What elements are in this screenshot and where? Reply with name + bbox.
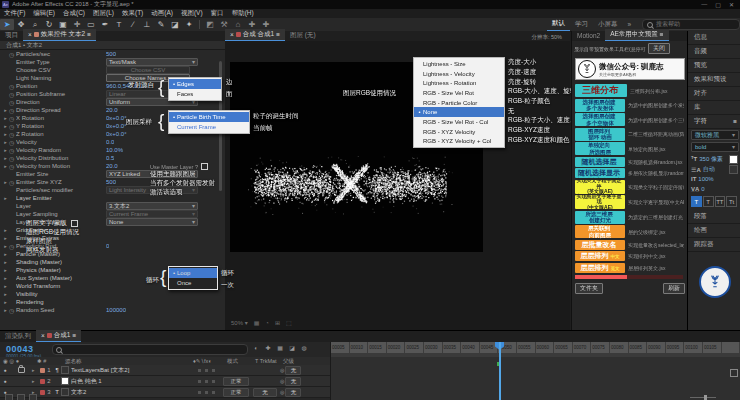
mode-header[interactable]: 模式 (227, 358, 255, 365)
minimize-button[interactable]: — (701, 1, 707, 8)
checkbox[interactable] (71, 220, 78, 227)
timeline-search-input[interactable] (52, 344, 248, 355)
panel-tab[interactable]: 对齐 (688, 87, 740, 101)
dropdown-item[interactable]: •Particle Birth Time (169, 112, 249, 122)
checkbox[interactable] (201, 163, 208, 170)
tab-cn-presets[interactable]: AE常用中文预置 ≡ (605, 29, 668, 41)
effect-row[interactable]: ▸ ◷ Velocity Distribution 0.5 (2, 154, 225, 162)
fill-color-swatch[interactable] (729, 155, 738, 164)
script-button[interactable]: 选择图层创建 多个发射体 (575, 99, 625, 112)
expand-arrow-icon[interactable]: ▸ (2, 195, 9, 201)
menu-item[interactable]: 编辑(E) (29, 9, 59, 18)
layer-row[interactable]: ● ▸ 3 T 文本2 正常 无 ◎ 无 (0, 387, 330, 398)
effect-value[interactable]: Choose CSV (106, 66, 190, 74)
tab-close-icon[interactable]: × (230, 31, 234, 38)
trkmat-header[interactable]: T TrkMat (255, 358, 283, 364)
menu-item[interactable]: 帮助(H) (228, 9, 258, 18)
tab-timeline-comp[interactable]: × 合成1 ≡ (36, 330, 81, 342)
popup-item[interactable]: RGB - Particle Color (414, 98, 504, 108)
stopwatch-icon[interactable]: ◷ (9, 179, 16, 186)
dropdown-item[interactable]: Current Frame (169, 122, 249, 132)
effect-value[interactable]: 0x+0.0° (106, 115, 127, 121)
expand-arrow-icon[interactable]: ▸ (2, 131, 9, 137)
expand-arrow-icon[interactable]: ▸ (2, 259, 9, 265)
tool-icon[interactable]: ✦ (182, 19, 196, 30)
viewer-control[interactable]: 50% ▾ (231, 319, 248, 326)
viewer-control[interactable]: ▦ (254, 319, 260, 326)
effect-value[interactable]: 20.0 (106, 107, 118, 113)
popup-item[interactable]: RGB - XYZ Velocity + Col (414, 137, 504, 147)
dropdown-item[interactable]: Once (169, 278, 217, 288)
stroke-color-swatch[interactable] (729, 165, 738, 174)
expand-arrow-icon[interactable]: ▸ (32, 378, 40, 384)
expand-arrow-icon[interactable]: ▸ (32, 367, 40, 373)
visibility-eye-icon[interactable]: ● (0, 378, 10, 384)
layer-name[interactable]: 文本2 (71, 388, 189, 397)
tool-icon[interactable]: T (112, 19, 126, 30)
script-button[interactable]: 实现图层文字逐字显现 (中文版AE) (575, 195, 625, 209)
tab-motion2[interactable]: Motion2 (572, 30, 605, 41)
panel-tab[interactable]: 信息 (688, 31, 740, 45)
font-size-value[interactable]: 350 像素 (699, 155, 723, 164)
layer-switches[interactable] (189, 391, 223, 394)
tab-close-icon[interactable]: × (28, 31, 32, 38)
expand-arrow-icon[interactable]: ▸ (2, 251, 9, 257)
stopwatch-icon[interactable]: ◷ (9, 139, 16, 146)
stopwatch-icon[interactable]: ◷ (9, 243, 16, 250)
leading-value[interactable]: 自动 (703, 165, 715, 174)
font-style-select[interactable]: bold (691, 142, 739, 152)
stopwatch-icon[interactable]: ◷ (9, 123, 16, 130)
expand-arrow-icon[interactable]: ▸ (2, 147, 9, 153)
panel-menu-icon[interactable]: ≡ (87, 31, 91, 38)
parent-pickwhip-icon[interactable]: ◎ (280, 389, 284, 395)
stopwatch-icon[interactable]: ◷ (9, 307, 16, 314)
expand-arrow-icon[interactable]: ▸ (2, 155, 9, 161)
panel-tab[interactable]: 预览 (688, 59, 740, 73)
blend-mode-select[interactable]: 正常 (223, 388, 249, 397)
effect-value[interactable]: 0x+0.0° (106, 131, 127, 137)
popup-item[interactable]: RGB - Size Vel Rot - Col (414, 117, 504, 127)
panel-tab[interactable]: 音频 (688, 45, 740, 59)
tab-render-queue[interactable]: 渲染队列 (0, 331, 36, 342)
refresh-button[interactable]: 刷新 (663, 283, 685, 294)
menu-item[interactable]: 文件(F) (0, 9, 29, 18)
timeline-icon[interactable]: ◐ (250, 345, 262, 351)
effect-row[interactable]: ▸ Rendering (2, 298, 225, 306)
popup-item[interactable]: Lightness - Velocity (414, 69, 504, 79)
stopwatch-icon[interactable]: ◷ (9, 91, 16, 98)
script-button[interactable]: 选择图层创建 多个空物体 (575, 113, 625, 126)
expand-arrow-icon[interactable]: ▸ (2, 243, 9, 249)
stopwatch-icon[interactable]: ◷ (9, 147, 16, 154)
stopwatch-icon[interactable]: ◷ (9, 99, 16, 106)
layer-switches[interactable] (189, 380, 223, 383)
panel-tab[interactable]: 段落 (688, 210, 740, 224)
source-name-header[interactable]: 源名称 (65, 358, 193, 365)
panel-tab[interactable]: 绘画 (688, 224, 740, 238)
time-ruler[interactable]: 0000500010000150002000025000300003500040… (331, 342, 740, 353)
script-button[interactable]: 层层排列中文 (575, 251, 625, 261)
tool-icon[interactable]: ➤ (0, 19, 14, 30)
vscale-value[interactable]: 100% (698, 176, 713, 182)
effect-row[interactable]: ◷ Particles/sec 500 (2, 50, 225, 58)
effect-row[interactable]: ▸ Visibility (2, 290, 225, 298)
effect-value[interactable]: 20.0 (106, 163, 118, 169)
effect-value[interactable]: 500 (106, 179, 116, 185)
layer-row[interactable]: ● ▸ 2 白色 纯色 1 正常 ◎ 无 (0, 376, 330, 387)
stopwatch-icon[interactable]: ◷ (9, 155, 16, 162)
layer-name[interactable]: 白色 纯色 1 (71, 377, 189, 386)
expand-toggle[interactable] (5, 394, 13, 400)
effect-value[interactable]: Current Frame (106, 210, 198, 218)
menu-item[interactable]: 合成(C) (59, 9, 89, 18)
visibility-eye-icon[interactable]: ● (0, 367, 10, 373)
layer-name[interactable]: TextLayersBat [文本2] (71, 366, 189, 375)
expand-arrow-icon[interactable]: ▸ (2, 163, 9, 169)
blend-mode-select[interactable]: 正常 (223, 377, 249, 386)
maximize-button[interactable]: ▢ (715, 1, 721, 8)
parent-header[interactable]: 父级 (283, 358, 294, 365)
parent-pickwhip-icon[interactable]: ◎ (280, 367, 284, 373)
expand-arrow-icon[interactable]: ▸ (2, 235, 9, 241)
tool-icon[interactable]: ◪ (168, 19, 182, 30)
viewer-control[interactable]: ◔ (265, 320, 269, 326)
panel-tab[interactable]: 跟踪器 (688, 238, 740, 252)
workspace-tab[interactable]: 默认 (547, 18, 570, 32)
